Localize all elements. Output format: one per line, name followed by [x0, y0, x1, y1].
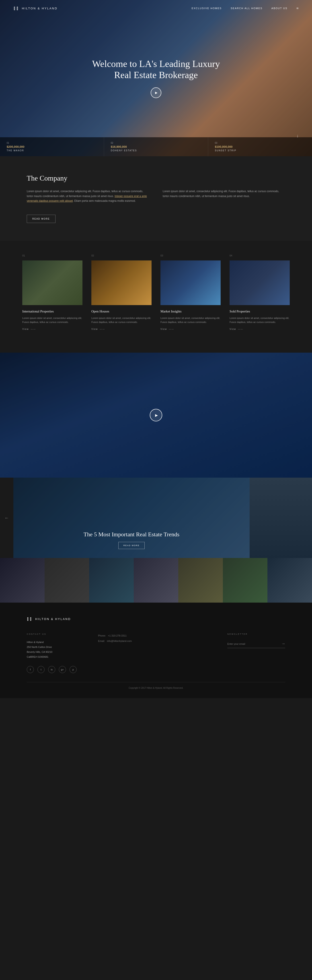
hero-property-1[interactable]: 01 $200,000,000 THE MANOR: [0, 137, 104, 156]
company-title: The Company: [27, 174, 285, 182]
hero-prop-name-3: SUNSET STRIP: [215, 149, 305, 152]
read-more-button[interactable]: READ MORE: [27, 215, 55, 223]
prop-text-3: Lorem ipsum dolor sit amet, consectetur …: [160, 316, 221, 324]
hero-play-button[interactable]: [150, 87, 162, 98]
property-card-4: 04 Sold Properties Lorem ipsum dolor sit…: [225, 254, 294, 339]
prop-num-4: 04: [230, 254, 290, 257]
navigation: ⫿⫿ HILTON & HYLAND EXCLUSIVE HOMES SEARC…: [0, 0, 312, 16]
prop-text-2: Lorem ipsum dolor sit amet, consectetur …: [91, 316, 152, 324]
blog-featured-image: The 5 Most Important Real Estate Trends …: [13, 477, 250, 558]
blog-featured-content: The 5 Most Important Real Estate Trends …: [13, 522, 250, 558]
gallery-item-7[interactable]: [268, 558, 312, 603]
footer-phone-label: Phone:: [98, 634, 106, 637]
footer-newsletter-submit[interactable]: →: [281, 640, 285, 648]
footer-company-name: Hilton & Hyland: [27, 640, 85, 644]
nav-about-us[interactable]: ABOUT US: [271, 7, 287, 10]
hero-property-2[interactable]: 02 $16,900,000 DOHENY ESTATES: [104, 137, 208, 156]
company-text-left: Lorem ipsum dolor sit amet, consectetur …: [27, 189, 149, 204]
prop-num-2: 02: [91, 254, 152, 257]
gallery-item-1[interactable]: [0, 558, 44, 603]
gallery-strip: [0, 558, 312, 603]
social-twitter-icon[interactable]: t: [38, 666, 44, 673]
footer-logo[interactable]: ⫿⫿ HILTON & HYLAND: [27, 616, 285, 622]
company-link[interactable]: Integer posuere erat a ante venenatis da…: [27, 195, 147, 203]
footer: ⫿⫿ HILTON & HYLAND CONTACT US Hilton & H…: [0, 603, 312, 698]
video-play-button[interactable]: [150, 409, 162, 422]
hero-property-3[interactable]: 03 $100,000,000 SUNSET STRIP: [208, 137, 312, 156]
hero-content: Welcome to LA's Leading Luxury Real Esta…: [89, 58, 223, 98]
property-card-2: 02 Open Houses Lorem ipsum dolor sit ame…: [87, 254, 156, 339]
blog-section: ← The 5 Most Important Real Estate Trend…: [0, 477, 312, 558]
properties-section: 01 International Properties Lorem ipsum …: [0, 241, 312, 353]
prop-num-1: 01: [22, 254, 82, 257]
footer-email-label: Email:: [98, 640, 105, 642]
nav-logo[interactable]: ⫿⫿ HILTON & HYLAND: [13, 5, 57, 11]
footer-logo-text: HILTON & HYLAND: [35, 617, 71, 620]
footer-address: Hilton & Hyland 250 North Cañon Drive Be…: [27, 640, 85, 659]
footer-email-row: Email: info@hiltonhyland.com: [98, 638, 214, 644]
prop-title-4: Sold Properties: [230, 310, 290, 313]
company-text-right: Lorem ipsum dolor sit amet, consectetur …: [163, 189, 285, 204]
hero-prop-num-1: 01: [7, 142, 97, 144]
footer-newsletter-input[interactable]: [227, 640, 281, 648]
company-content: Lorem ipsum dolor sit amet, consectetur …: [27, 189, 285, 204]
footer-contact-block: CONTACT US Hilton & Hyland 250 North Cañ…: [27, 633, 85, 673]
prop-image-1: [22, 261, 82, 305]
prop-title-2: Open Houses: [91, 310, 152, 313]
nav-links: EXCLUSIVE HOMES SEARCH ALL HOMES ABOUT U…: [192, 6, 299, 11]
footer-logo-icon: ⫿⫿: [27, 616, 33, 622]
property-card-1: 01 International Properties Lorem ipsum …: [18, 254, 87, 339]
gallery-item-4[interactable]: [134, 558, 178, 603]
prop-text-4: Lorem ipsum dolor sit amet, consectetur …: [230, 316, 290, 324]
gallery-item-3[interactable]: [89, 558, 134, 603]
prop-image-3: [160, 261, 221, 305]
footer-bottom: Copyright © 2017 Hilton & Hyland. All Ri…: [27, 682, 285, 689]
nav-menu-icon[interactable]: ≡: [296, 6, 299, 11]
prop-view-link-3[interactable]: View: [160, 328, 221, 330]
footer-newsletter-block: NEWSLETTER →: [227, 633, 285, 673]
social-linkedin-icon[interactable]: in: [48, 666, 55, 673]
prop-image-4: [230, 261, 290, 305]
logo-text: HILTON & HYLAND: [22, 7, 57, 10]
hero-prop-num-2: 02: [111, 142, 201, 144]
prop-view-link-4[interactable]: View: [230, 328, 290, 330]
footer-copyright: Copyright © 2017 Hilton & Hyland. All Ri…: [27, 687, 285, 689]
hero-prop-price-1: $200,000,000: [7, 145, 97, 148]
blog-featured-title: The 5 Most Important Real Estate Trends: [22, 531, 241, 538]
prop-num-3: 03: [160, 254, 221, 257]
blog-right-image: [250, 477, 312, 558]
gallery-item-6[interactable]: [223, 558, 268, 603]
blog-read-more-button[interactable]: READ MORE: [118, 542, 145, 549]
nav-search-homes[interactable]: SEARCH ALL HOMES: [231, 7, 263, 10]
video-section: [0, 353, 312, 477]
social-googleplus-icon[interactable]: g+: [59, 666, 66, 673]
logo-icon: ⫿⫿: [13, 5, 19, 11]
blog-prev-button[interactable]: ←: [0, 477, 13, 558]
hero-title: Welcome to LA's Leading Luxury Real Esta…: [89, 58, 223, 81]
footer-address-line1: 250 North Cañon Drive: [27, 644, 85, 649]
hero-prop-price-2: $16,900,000: [111, 145, 201, 148]
hero-prop-price-3: $100,000,000: [215, 145, 305, 148]
prop-view-link-2[interactable]: View: [91, 328, 152, 330]
property-card-3: 03 Market Insights Lorem ipsum dolor sit…: [156, 254, 225, 339]
hero-section: Welcome to LA's Leading Luxury Real Esta…: [0, 0, 312, 156]
footer-email-value: info@hiltonhyland.com: [107, 640, 132, 642]
footer-phone-row: Phone: +1 310-278-3311: [98, 633, 214, 638]
hero-prop-name-2: DOHENY ESTATES: [111, 149, 201, 152]
gallery-item-2[interactable]: [44, 558, 89, 603]
footer-phone-email: Phone: +1 310-278-3311 Email: info@hilto…: [98, 633, 214, 644]
prop-text-1: Lorem ipsum dolor sit amet, consectetur …: [22, 316, 82, 324]
gallery-item-5[interactable]: [178, 558, 223, 603]
social-pinterest-icon[interactable]: p: [70, 666, 77, 673]
footer-socials: f t in g+ p: [27, 666, 85, 673]
social-facebook-icon[interactable]: f: [27, 666, 34, 673]
nav-exclusive-homes[interactable]: EXCLUSIVE HOMES: [192, 7, 222, 10]
footer-phone-email-block: Phone: +1 310-278-3311 Email: info@hilto…: [98, 633, 214, 673]
prop-title-1: International Properties: [22, 310, 82, 313]
footer-phone-value: +1 310-278-3311: [108, 634, 127, 637]
prop-view-link-1[interactable]: View: [22, 328, 82, 330]
prop-title-3: Market Insights: [160, 310, 221, 313]
hero-scroll-down-icon[interactable]: ↓: [296, 133, 299, 138]
company-section: The Company Lorem ipsum dolor sit amet, …: [0, 156, 312, 241]
footer-newsletter-title: NEWSLETTER: [227, 633, 285, 635]
